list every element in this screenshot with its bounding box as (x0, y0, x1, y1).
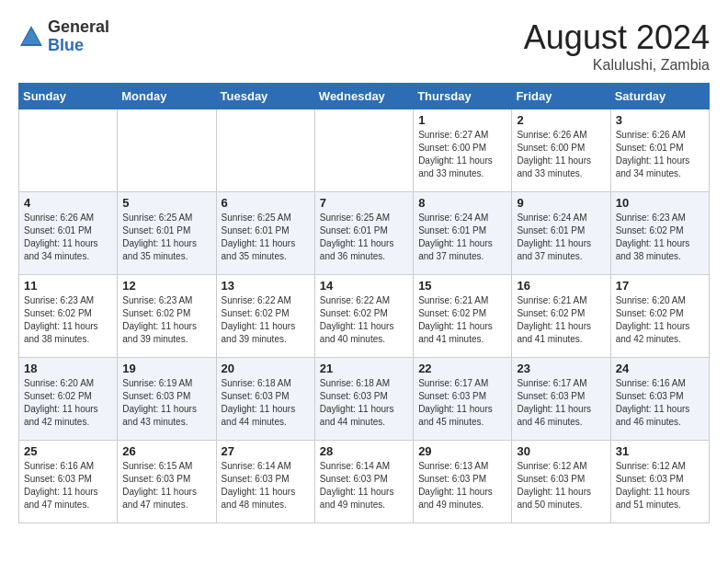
logo: General Blue (18, 18, 109, 55)
day-info: Sunrise: 6:13 AM Sunset: 6:03 PM Dayligh… (418, 460, 506, 511)
day-number: 26 (122, 444, 210, 458)
day-info: Sunrise: 6:20 AM Sunset: 6:02 PM Dayligh… (616, 294, 704, 346)
calendar-cell: 26Sunrise: 6:15 AM Sunset: 6:03 PM Dayli… (118, 441, 216, 523)
calendar-cell: 16Sunrise: 6:21 AM Sunset: 6:02 PM Dayli… (512, 275, 610, 358)
day-info: Sunrise: 6:24 AM Sunset: 6:01 PM Dayligh… (418, 212, 506, 263)
calendar-cell: 14Sunrise: 6:22 AM Sunset: 6:02 PM Dayli… (314, 275, 413, 358)
day-number: 25 (24, 444, 112, 458)
header-cell-friday: Friday (512, 84, 610, 109)
day-info: Sunrise: 6:21 AM Sunset: 6:02 PM Dayligh… (517, 294, 605, 346)
logo-icon (18, 24, 44, 50)
day-number: 13 (222, 279, 310, 293)
day-info: Sunrise: 6:26 AM Sunset: 6:01 PM Dayligh… (616, 129, 704, 180)
calendar-cell: 27Sunrise: 6:14 AM Sunset: 6:03 PM Dayli… (216, 441, 314, 523)
calendar-cell: 29Sunrise: 6:13 AM Sunset: 6:03 PM Dayli… (414, 441, 512, 523)
calendar-cell: 9Sunrise: 6:24 AM Sunset: 6:01 PM Daylig… (512, 192, 610, 275)
week-row-5: 25Sunrise: 6:16 AM Sunset: 6:03 PM Dayli… (19, 441, 710, 523)
calendar-cell: 13Sunrise: 6:22 AM Sunset: 6:02 PM Dayli… (216, 275, 314, 358)
day-info: Sunrise: 6:21 AM Sunset: 6:02 PM Dayligh… (418, 294, 506, 346)
day-info: Sunrise: 6:27 AM Sunset: 6:00 PM Dayligh… (418, 129, 506, 180)
day-number: 29 (418, 444, 506, 458)
calendar-cell: 6Sunrise: 6:25 AM Sunset: 6:01 PM Daylig… (216, 192, 314, 275)
day-number: 14 (320, 279, 408, 293)
day-number: 31 (616, 444, 704, 458)
week-row-3: 11Sunrise: 6:23 AM Sunset: 6:02 PM Dayli… (19, 275, 710, 358)
day-number: 20 (222, 362, 310, 375)
calendar-cell: 11Sunrise: 6:23 AM Sunset: 6:02 PM Dayli… (19, 275, 118, 358)
day-info: Sunrise: 6:17 AM Sunset: 6:03 PM Dayligh… (418, 377, 506, 429)
day-info: Sunrise: 6:23 AM Sunset: 6:02 PM Dayligh… (616, 212, 704, 263)
calendar-cell: 1Sunrise: 6:27 AM Sunset: 6:00 PM Daylig… (414, 109, 512, 192)
header-cell-tuesday: Tuesday (216, 84, 314, 109)
day-number: 3 (616, 113, 704, 127)
calendar-cell: 2Sunrise: 6:26 AM Sunset: 6:00 PM Daylig… (512, 109, 610, 192)
day-number: 24 (616, 362, 704, 375)
calendar-cell (118, 109, 216, 192)
day-info: Sunrise: 6:26 AM Sunset: 6:01 PM Dayligh… (24, 212, 112, 263)
calendar-cell: 10Sunrise: 6:23 AM Sunset: 6:02 PM Dayli… (610, 192, 709, 275)
day-info: Sunrise: 6:25 AM Sunset: 6:01 PM Dayligh… (222, 212, 310, 263)
day-info: Sunrise: 6:12 AM Sunset: 6:03 PM Dayligh… (517, 460, 605, 511)
day-number: 8 (418, 196, 506, 210)
calendar-cell (19, 109, 118, 192)
calendar-cell: 8Sunrise: 6:24 AM Sunset: 6:01 PM Daylig… (414, 192, 512, 275)
logo-blue-text: Blue (48, 37, 109, 55)
day-number: 9 (517, 196, 605, 210)
day-info: Sunrise: 6:16 AM Sunset: 6:03 PM Dayligh… (616, 377, 704, 429)
month-title: August 2024 (524, 18, 710, 57)
day-info: Sunrise: 6:22 AM Sunset: 6:02 PM Dayligh… (222, 294, 310, 346)
calendar-cell: 15Sunrise: 6:21 AM Sunset: 6:02 PM Dayli… (414, 275, 512, 358)
day-number: 22 (418, 362, 506, 375)
day-number: 19 (122, 362, 210, 375)
day-info: Sunrise: 6:23 AM Sunset: 6:02 PM Dayligh… (24, 294, 112, 346)
calendar-cell (314, 109, 413, 192)
day-number: 10 (616, 196, 704, 210)
header-cell-thursday: Thursday (414, 84, 512, 109)
logo-general-text: General (48, 18, 109, 37)
calendar-cell: 24Sunrise: 6:16 AM Sunset: 6:03 PM Dayli… (610, 358, 709, 441)
week-row-2: 4Sunrise: 6:26 AM Sunset: 6:01 PM Daylig… (19, 192, 710, 275)
day-info: Sunrise: 6:19 AM Sunset: 6:03 PM Dayligh… (122, 377, 210, 429)
header-cell-wednesday: Wednesday (314, 84, 413, 109)
calendar-cell: 30Sunrise: 6:12 AM Sunset: 6:03 PM Dayli… (512, 441, 610, 523)
day-number: 12 (122, 279, 210, 293)
day-number: 1 (418, 113, 506, 127)
day-number: 27 (222, 444, 310, 458)
day-info: Sunrise: 6:15 AM Sunset: 6:03 PM Dayligh… (122, 460, 210, 511)
calendar-cell: 28Sunrise: 6:14 AM Sunset: 6:03 PM Dayli… (314, 441, 413, 523)
day-info: Sunrise: 6:26 AM Sunset: 6:00 PM Dayligh… (517, 129, 605, 180)
day-number: 4 (24, 196, 112, 210)
day-info: Sunrise: 6:22 AM Sunset: 6:02 PM Dayligh… (320, 294, 408, 346)
calendar-cell: 23Sunrise: 6:17 AM Sunset: 6:03 PM Dayli… (512, 358, 610, 441)
day-info: Sunrise: 6:24 AM Sunset: 6:01 PM Dayligh… (517, 212, 605, 263)
header-cell-saturday: Saturday (610, 84, 709, 109)
day-number: 28 (320, 444, 408, 458)
calendar-cell: 12Sunrise: 6:23 AM Sunset: 6:02 PM Dayli… (118, 275, 216, 358)
day-info: Sunrise: 6:23 AM Sunset: 6:02 PM Dayligh… (122, 294, 210, 346)
calendar-cell: 21Sunrise: 6:18 AM Sunset: 6:03 PM Dayli… (314, 358, 413, 441)
day-number: 5 (122, 196, 210, 210)
calendar-table: SundayMondayTuesdayWednesdayThursdayFrid… (18, 83, 710, 523)
day-number: 2 (517, 113, 605, 127)
calendar-cell (216, 109, 314, 192)
day-number: 18 (24, 362, 112, 375)
calendar-cell: 31Sunrise: 6:12 AM Sunset: 6:03 PM Dayli… (610, 441, 709, 523)
day-number: 30 (517, 444, 605, 458)
week-row-4: 18Sunrise: 6:20 AM Sunset: 6:02 PM Dayli… (19, 358, 710, 441)
day-info: Sunrise: 6:20 AM Sunset: 6:02 PM Dayligh… (24, 377, 112, 429)
day-info: Sunrise: 6:14 AM Sunset: 6:03 PM Dayligh… (320, 460, 408, 511)
day-info: Sunrise: 6:14 AM Sunset: 6:03 PM Dayligh… (222, 460, 310, 511)
day-info: Sunrise: 6:18 AM Sunset: 6:03 PM Dayligh… (222, 377, 310, 429)
calendar-cell: 7Sunrise: 6:25 AM Sunset: 6:01 PM Daylig… (314, 192, 413, 275)
week-row-1: 1Sunrise: 6:27 AM Sunset: 6:00 PM Daylig… (19, 109, 710, 192)
day-number: 21 (320, 362, 408, 375)
calendar-cell: 5Sunrise: 6:25 AM Sunset: 6:01 PM Daylig… (118, 192, 216, 275)
calendar-header: SundayMondayTuesdayWednesdayThursdayFrid… (19, 84, 710, 109)
day-info: Sunrise: 6:25 AM Sunset: 6:01 PM Dayligh… (320, 212, 408, 263)
calendar-cell: 4Sunrise: 6:26 AM Sunset: 6:01 PM Daylig… (19, 192, 118, 275)
calendar-cell: 3Sunrise: 6:26 AM Sunset: 6:01 PM Daylig… (610, 109, 709, 192)
day-number: 16 (517, 279, 605, 293)
page-header: General Blue August 2024 Kalulushi, Zamb… (18, 18, 710, 74)
title-block: August 2024 Kalulushi, Zambia (524, 18, 710, 74)
day-number: 15 (418, 279, 506, 293)
